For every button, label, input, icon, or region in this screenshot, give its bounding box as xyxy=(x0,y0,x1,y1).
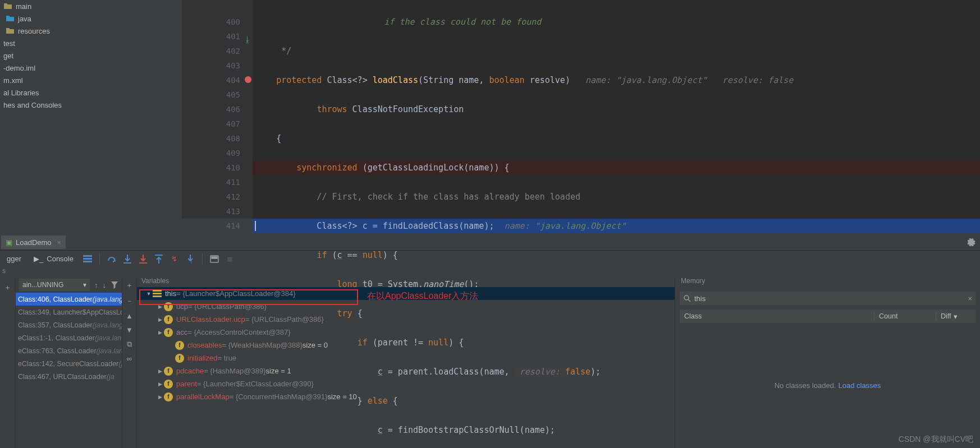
evaluate-icon[interactable] xyxy=(210,255,219,264)
expand-arrow-icon[interactable] xyxy=(167,355,175,361)
tree-item[interactable]: get xyxy=(0,49,182,62)
variable-row[interactable]: finitialized = true xyxy=(137,352,675,364)
code-editor[interactable]: 400 401⭳ 402 403 404 405 406 407 408 409… xyxy=(182,0,980,219)
variable-row[interactable]: ▶fparallelLockMap = {ConcurrentHashMap@3… xyxy=(137,390,675,403)
run-to-cursor-icon[interactable]: I xyxy=(186,255,195,264)
close-icon[interactable]: × xyxy=(57,238,62,247)
expand-arrow-icon[interactable]: ▶ xyxy=(156,317,164,322)
variable-row[interactable]: ▶fURLClassLoader.ucp = {URLClassPath@386… xyxy=(137,313,675,326)
variable-row[interactable]: ▶facc = {AccessControlContext@387} xyxy=(137,326,675,339)
project-tree[interactable]: main java resources test get -demo.iml m… xyxy=(0,0,182,219)
copy-icon[interactable]: ⧉ xyxy=(127,340,132,349)
tree-item[interactable]: resources xyxy=(0,25,182,37)
svg-rect-2 xyxy=(83,261,92,262)
tree-label: java xyxy=(18,15,31,23)
new-watch-icon[interactable]: ＋ xyxy=(126,280,133,290)
debug-side-toolbar: ＋ xyxy=(0,277,16,448)
stack-icon xyxy=(153,290,162,298)
field-icon: f xyxy=(175,341,184,350)
force-step-into-icon[interactable] xyxy=(139,255,148,264)
variable-row[interactable]: ▶fpdcache = {HashMap@389} size = 1 xyxy=(137,364,675,377)
folder-icon xyxy=(3,2,12,11)
watermark: CSDN @我就叫CV吧 xyxy=(899,435,973,445)
folder-icon xyxy=(6,26,15,35)
stack-frame[interactable]: Class:406, ClassLoader (java.lang xyxy=(16,293,122,306)
down-icon[interactable]: ▼ xyxy=(126,326,133,334)
up-icon[interactable]: ▲ xyxy=(126,312,133,320)
tree-item[interactable]: hes and Consoles xyxy=(0,99,182,111)
field-icon: f xyxy=(164,392,173,401)
override-icon[interactable]: ⭳ xyxy=(242,32,251,41)
expand-arrow-icon[interactable] xyxy=(167,343,175,348)
svg-rect-4 xyxy=(139,262,147,264)
expand-arrow-icon[interactable]: ▶ xyxy=(156,394,164,400)
field-icon: f xyxy=(175,354,184,363)
stack-frame[interactable]: eClass:142, SecureClassLoader (j xyxy=(16,357,122,370)
console-tab[interactable]: ▶_Console xyxy=(28,252,79,265)
field-icon: f xyxy=(164,328,173,337)
expand-arrow-icon[interactable]: ▶ xyxy=(156,381,164,387)
glasses-icon[interactable]: ∞ xyxy=(127,354,132,363)
svg-rect-1 xyxy=(83,258,92,260)
current-execution-line: Class<?> c = findLoadedClass(name); name… xyxy=(253,219,980,233)
field-icon: f xyxy=(164,380,173,389)
field-icon: f xyxy=(164,302,173,311)
variable-row[interactable]: fcloseables = {WeakHashMap@388} size = 0 xyxy=(137,339,675,352)
stack-frame[interactable]: eClass:763, ClassLoader (java.lan xyxy=(16,344,122,357)
step-out-icon[interactable] xyxy=(154,255,163,264)
expand-arrow-icon[interactable]: ▶ xyxy=(156,368,164,374)
tree-label: al Libraries xyxy=(3,89,39,97)
thread-selector[interactable]: ain...UNNING▾ xyxy=(19,279,90,291)
field-icon: f xyxy=(164,315,173,324)
svg-rect-5 xyxy=(155,255,163,256)
breakpoint-icon[interactable] xyxy=(245,76,251,83)
tree-item[interactable]: main xyxy=(0,0,182,12)
drop-frame-icon[interactable]: ↯ xyxy=(170,255,179,264)
stack-frame[interactable]: Class:349, Launcher$AppClassLoad xyxy=(16,306,122,318)
tree-item[interactable]: al Libraries xyxy=(0,86,182,99)
tree-item[interactable]: test xyxy=(0,37,182,49)
code-content[interactable]: if the class could not be found */ prote… xyxy=(253,0,980,219)
annotation-text: 在以AppClassLoader入方法 xyxy=(367,290,478,302)
field-icon: f xyxy=(164,367,173,376)
variables-panel: Variables 在以AppClassLoader入方法 ▼this = {L… xyxy=(137,277,675,448)
svg-rect-0 xyxy=(83,255,92,257)
tree-item[interactable]: java xyxy=(0,12,182,25)
remove-icon[interactable]: － xyxy=(126,296,133,306)
variable-row[interactable]: ▶fparent = {Launcher$ExtClassLoader@390} xyxy=(137,377,675,390)
tree-item[interactable]: -demo.iml xyxy=(0,62,182,74)
run-tabs: ▣ LoadDemo × xyxy=(0,234,980,250)
filter-icon[interactable] xyxy=(111,281,118,289)
trace-icon[interactable]: ≣ xyxy=(226,255,235,264)
run-config-icon: ▣ xyxy=(6,238,12,247)
gear-icon[interactable] xyxy=(967,238,976,247)
stack-frame[interactable]: Class:467, URLClassLoader (ja xyxy=(16,370,122,383)
tree-label: -demo.iml xyxy=(3,64,35,72)
step-over-icon[interactable] xyxy=(107,255,116,264)
vars-side-toolbar: ＋ － ▲ ▼ ⧉ ∞ xyxy=(122,277,137,448)
expand-arrow-icon[interactable]: ▶ xyxy=(156,304,164,310)
next-frame-icon[interactable]: ↓ xyxy=(103,281,107,289)
step-into-icon[interactable] xyxy=(123,255,132,264)
run-tab[interactable]: ▣ LoadDemo × xyxy=(1,235,66,249)
folder-icon xyxy=(6,14,15,23)
add-icon[interactable]: ＋ xyxy=(4,283,11,293)
frames-panel: ain...UNNING▾ ↑ ↓ Class:406, ClassLoader… xyxy=(16,277,122,448)
stack-frame[interactable]: eClass1:-1, ClassLoader (java.lan xyxy=(16,331,122,344)
svg-text:I: I xyxy=(191,260,192,264)
tree-item[interactable]: m.xml xyxy=(0,74,182,86)
stack-frame[interactable]: Class:357, ClassLoader (java.lang xyxy=(16,318,122,331)
expand-arrow-icon[interactable]: ▶ xyxy=(156,330,164,335)
tree-label: resources xyxy=(18,27,50,35)
console-icon: ▶_ xyxy=(34,255,43,263)
tree-label: m.xml xyxy=(3,76,23,85)
debugger-tab[interactable]: gger xyxy=(1,252,27,265)
tree-label: test xyxy=(3,39,15,48)
svg-rect-3 xyxy=(123,262,131,264)
expand-arrow-icon[interactable]: ▼ xyxy=(145,291,153,297)
tree-label: hes and Consoles xyxy=(3,101,62,109)
tree-label: get xyxy=(3,52,13,60)
inline-hint: name: xyxy=(505,221,535,231)
prev-frame-icon[interactable]: ↑ xyxy=(94,281,98,289)
layout-icon[interactable] xyxy=(83,255,92,264)
